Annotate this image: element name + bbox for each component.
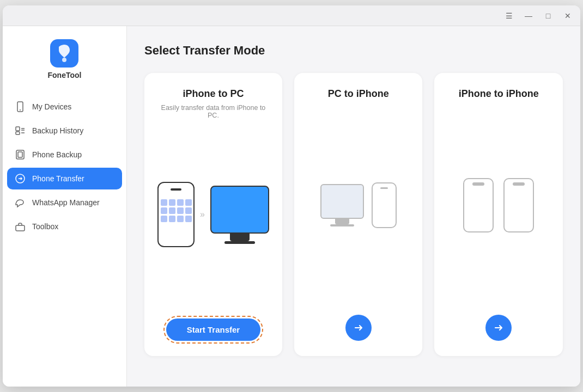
- sidebar-label-toolbox: Toolbox: [32, 222, 58, 231]
- start-transfer-button[interactable]: Start Transfer: [166, 318, 261, 341]
- svg-rect-10: [18, 152, 22, 157]
- phone-graphic3a: [463, 178, 494, 232]
- page-title: Select Transfer Mode: [144, 44, 563, 58]
- card-pc-to-iphone-illustration: [320, 113, 397, 297]
- minimize-button[interactable]: —: [523, 10, 535, 22]
- sidebar-label-whatsapp-manager: WhatsApp Manager: [32, 198, 100, 207]
- card-iphone-to-pc-illustration: »: [157, 128, 269, 301]
- phone-graphic3b: [503, 178, 534, 232]
- titlebar: ☰ — □ ✕: [3, 5, 580, 26]
- monitor-graphic: [210, 186, 269, 244]
- iphone-to-iphone-arrow-button[interactable]: [485, 315, 512, 341]
- svg-point-1: [62, 58, 66, 62]
- svg-rect-4: [16, 127, 20, 131]
- card-pc-to-iphone-action: [345, 306, 372, 341]
- close-button[interactable]: ✕: [562, 10, 574, 22]
- app-window: ☰ — □ ✕ FoneTool: [3, 5, 580, 387]
- content-area: FoneTool My Devices: [3, 26, 580, 387]
- iphone-pc-graphic: »: [157, 182, 269, 247]
- phone-graphic2: [372, 182, 397, 228]
- app-name-label: FoneTool: [48, 71, 82, 79]
- cards-container: iPhone to PC Easily transfer data from i…: [144, 73, 563, 356]
- transfer-icon: [15, 173, 26, 184]
- svg-rect-12: [16, 225, 25, 231]
- iphone-iphone-graphic: [463, 178, 534, 232]
- card-iphone-to-iphone-illustration: [463, 113, 534, 297]
- sidebar-item-backup-history[interactable]: Backup History: [7, 120, 122, 142]
- maximize-button[interactable]: □: [542, 10, 554, 22]
- sidebar-label-phone-backup: Phone Backup: [32, 150, 82, 159]
- card-iphone-to-iphone-title: iPhone to iPhone: [459, 88, 539, 100]
- sidebar-item-phone-transfer[interactable]: Phone Transfer: [7, 168, 122, 189]
- app-logo-icon: [50, 39, 78, 68]
- card-iphone-to-pc-desc: Easily transfer data from iPhone to PC.: [157, 104, 269, 119]
- monitor-graphic2: [320, 184, 364, 226]
- phone-icon: [15, 101, 26, 112]
- card-iphone-to-iphone-action: [485, 306, 512, 341]
- card-iphone-to-pc: iPhone to PC Easily transfer data from i…: [144, 73, 282, 356]
- sidebar-label-phone-transfer: Phone Transfer: [32, 174, 84, 183]
- card-pc-to-iphone: PC to iPhone: [294, 73, 423, 356]
- sidebar: FoneTool My Devices: [3, 26, 127, 387]
- chat-icon: [15, 197, 26, 208]
- sidebar-item-my-devices[interactable]: My Devices: [7, 96, 122, 118]
- pc-iphone-graphic: [320, 182, 397, 228]
- pc-to-iphone-arrow-button[interactable]: [345, 315, 372, 341]
- phone-graphic: [157, 182, 195, 247]
- list-icon: [15, 125, 26, 136]
- main-content: Select Transfer Mode iPhone to PC Easily…: [127, 26, 580, 387]
- svg-rect-5: [16, 132, 20, 134]
- card-iphone-to-iphone: iPhone to iPhone: [434, 73, 563, 356]
- logo-area: FoneTool: [48, 39, 82, 79]
- card-iphone-to-pc-action: Start Transfer: [166, 310, 261, 341]
- card-pc-to-iphone-title: PC to iPhone: [328, 88, 389, 100]
- transfer-arrows: »: [200, 210, 205, 219]
- sidebar-label-backup-history: Backup History: [32, 126, 83, 135]
- toolbox-icon: [15, 221, 26, 232]
- card-iphone-to-pc-title: iPhone to PC: [183, 88, 244, 100]
- sidebar-item-phone-backup[interactable]: Phone Backup: [7, 144, 122, 166]
- menu-button[interactable]: ☰: [503, 10, 515, 22]
- sidebar-label-my-devices: My Devices: [32, 102, 71, 111]
- backup-icon: [15, 149, 26, 160]
- sidebar-item-whatsapp-manager[interactable]: WhatsApp Manager: [7, 192, 122, 213]
- sidebar-item-toolbox[interactable]: Toolbox: [7, 216, 122, 237]
